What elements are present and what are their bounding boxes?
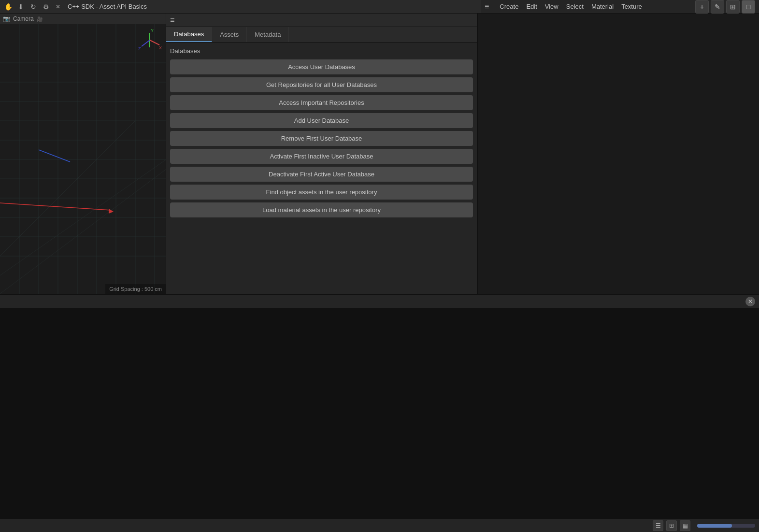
extra-button[interactable]: □ bbox=[742, 0, 755, 14]
menu-item-view[interactable]: View bbox=[545, 3, 559, 10]
section-label: Databases bbox=[170, 46, 473, 56]
viewport-grid bbox=[0, 24, 166, 294]
bottom-panel: ✕ ☰ ⊞ ▦ bbox=[0, 294, 759, 532]
right-panel bbox=[477, 14, 756, 294]
svg-rect-0 bbox=[0, 24, 166, 294]
bottom-header: ✕ bbox=[0, 295, 759, 308]
footer-list-icon[interactable]: ☰ bbox=[653, 520, 663, 531]
tab-databases[interactable]: Databases bbox=[166, 27, 212, 42]
tab-assets[interactable]: Assets bbox=[212, 27, 247, 42]
titlebar-left: ✋ ⬇ ↻ ⚙ ✕ C++ SDK - Asset API Basics bbox=[0, 0, 481, 14]
titlebar-right-menu: ≡ Create Edit View Select Material Textu… bbox=[481, 0, 759, 14]
svg-text:X: X bbox=[159, 45, 162, 50]
tab-metadata[interactable]: Metadata bbox=[247, 27, 289, 42]
hand-icon[interactable]: ✋ bbox=[4, 2, 13, 11]
btn-load-material-assets[interactable]: Load material assets in the user reposit… bbox=[170, 202, 473, 217]
footer-slider-fill bbox=[697, 524, 732, 528]
refresh-icon[interactable]: ↻ bbox=[29, 2, 38, 11]
download-icon[interactable]: ⬇ bbox=[16, 2, 25, 11]
window-title: C++ SDK - Asset API Basics bbox=[68, 3, 147, 10]
footer-slider[interactable] bbox=[697, 524, 755, 528]
btn-activate-first-inactive[interactable]: Activate First Inactive User Database bbox=[170, 149, 473, 164]
plugin-tabs: Databases Assets Metadata bbox=[166, 27, 477, 43]
close-tab-icon[interactable]: ✕ bbox=[54, 3, 62, 11]
right-content bbox=[478, 14, 756, 294]
viewport-panel: 📷 Camera 🎥 bbox=[0, 14, 166, 294]
bottom-footer: ☰ ⊞ ▦ bbox=[0, 518, 759, 532]
btn-access-important-repositories[interactable]: Access Important Repositories bbox=[170, 95, 473, 110]
add-button[interactable]: + bbox=[695, 0, 709, 14]
plugin-content: Databases Access User Databases Get Repo… bbox=[166, 43, 477, 294]
grid-button[interactable]: ⊞ bbox=[726, 0, 740, 14]
bottom-content bbox=[0, 308, 759, 518]
btn-access-user-databases[interactable]: Access User Databases bbox=[170, 59, 473, 74]
axes-indicator: Y X Z bbox=[138, 28, 162, 52]
footer-grid-icon[interactable]: ⊞ bbox=[666, 520, 677, 531]
viewport-canvas[interactable]: Y X Z Grid Spacing : 500 cm bbox=[0, 24, 166, 294]
menu-item-texture[interactable]: Texture bbox=[621, 3, 642, 10]
svg-text:Z: Z bbox=[138, 46, 141, 51]
settings-icon[interactable]: ⚙ bbox=[42, 2, 50, 11]
menu-item-create[interactable]: Create bbox=[500, 3, 518, 10]
plugin-panel: ≡ Databases Assets Metadata Databases Ac… bbox=[166, 14, 477, 294]
camera-extra-icon: 🎥 bbox=[37, 16, 43, 22]
btn-find-object-assets[interactable]: Find object assets in the user repositor… bbox=[170, 185, 473, 200]
svg-line-30 bbox=[142, 40, 150, 46]
main-layout: 📷 Camera 🎥 bbox=[0, 14, 759, 532]
plugin-header: ≡ bbox=[166, 14, 477, 27]
menu-item-select[interactable]: Select bbox=[566, 3, 584, 10]
svg-text:Y: Y bbox=[151, 28, 154, 33]
upper-section: 📷 Camera 🎥 bbox=[0, 14, 759, 294]
hamburger-icon[interactable]: ≡ bbox=[485, 2, 489, 11]
bottom-close-button[interactable]: ✕ bbox=[745, 297, 755, 306]
viewport-header: 📷 Camera 🎥 bbox=[0, 14, 166, 24]
edit-button[interactable]: ✎ bbox=[711, 0, 724, 14]
svg-line-28 bbox=[150, 40, 159, 45]
menu-item-edit[interactable]: Edit bbox=[526, 3, 537, 10]
footer-detail-icon[interactable]: ▦ bbox=[680, 520, 690, 531]
menu-item-material[interactable]: Material bbox=[591, 3, 614, 10]
top-bar: ✋ ⬇ ↻ ⚙ ✕ C++ SDK - Asset API Basics ≡ C… bbox=[0, 0, 759, 14]
plugin-hamburger-icon[interactable]: ≡ bbox=[170, 16, 174, 25]
btn-deactivate-first-active[interactable]: Deactivate First Active User Database bbox=[170, 167, 473, 182]
camera-icon: 📷 bbox=[3, 15, 10, 22]
btn-remove-first-user-database[interactable]: Remove First User Database bbox=[170, 131, 473, 146]
btn-add-user-database[interactable]: Add User Database bbox=[170, 113, 473, 128]
grid-spacing-label: Grid Spacing : 500 cm bbox=[105, 284, 166, 294]
btn-get-repositories[interactable]: Get Repositories for all User Databases bbox=[170, 77, 473, 92]
camera-label: Camera bbox=[13, 15, 34, 22]
